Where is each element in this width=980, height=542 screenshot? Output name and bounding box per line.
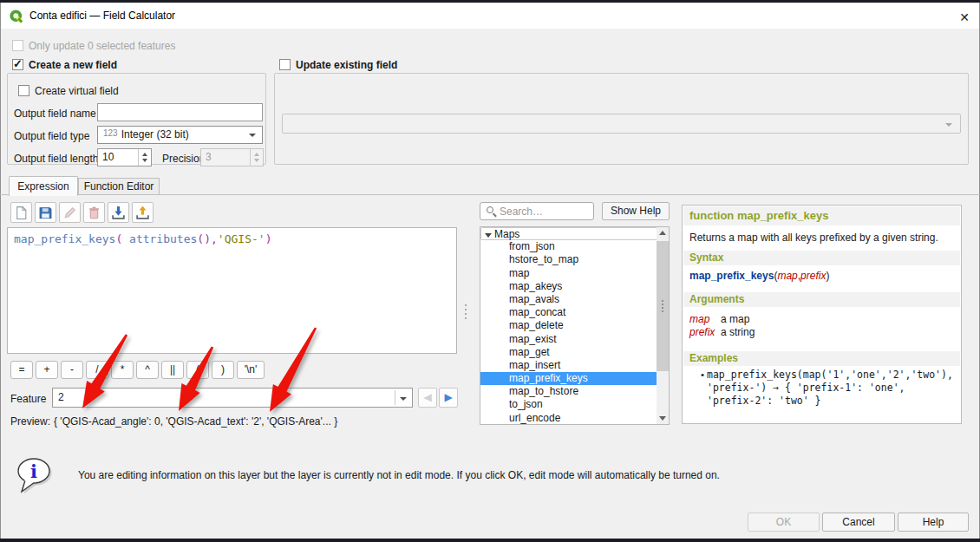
tab-pane-border <box>0 194 980 195</box>
save-expression-button[interactable] <box>35 202 56 223</box>
svg-text:i: i <box>30 460 37 482</box>
integer-type-icon: 123 <box>103 128 118 138</box>
previous-icon: ◀ <box>423 391 431 403</box>
help-examples-heading: Examples <box>683 351 960 366</box>
spin-up-icon <box>142 153 147 156</box>
output-field-type-combo[interactable]: 123Integer (32 bit) <box>97 126 263 144</box>
function-item[interactable]: map_get <box>480 346 657 359</box>
operator-power-button[interactable]: ^ <box>136 361 159 379</box>
function-item[interactable]: map_insert <box>480 359 657 372</box>
feature-combo[interactable]: 2 <box>52 388 413 408</box>
output-field-type-value: Integer (32 bit) <box>121 128 189 140</box>
operator-plus-button[interactable]: + <box>36 361 58 379</box>
tab-expression-label: Expression <box>17 180 69 193</box>
qgis-logo-icon <box>9 9 24 24</box>
help-button[interactable]: Help <box>898 513 969 532</box>
list-scrollbar[interactable] <box>657 227 669 424</box>
dialog-title: Conta edifici — Field Calculator <box>29 3 175 29</box>
expression-token-punct: ) <box>265 232 272 245</box>
help-syntax-heading: Syntax <box>683 251 960 265</box>
edit-mode-message: You are editing information on this laye… <box>78 469 859 481</box>
chevron-down-icon <box>945 123 952 127</box>
scrollbar-grip-icon <box>662 300 663 302</box>
new-expression-button[interactable] <box>10 202 32 223</box>
operator-close-paren-button[interactable]: ) <box>212 361 234 379</box>
function-item[interactable]: map_concat <box>480 306 657 319</box>
scroll-up-icon <box>659 231 666 235</box>
create-virtual-field-checkbox[interactable] <box>18 85 29 96</box>
splitter-handle[interactable] <box>465 304 467 306</box>
only-update-checkbox[interactable] <box>12 40 23 51</box>
function-item-selected[interactable]: map_prefix_keys <box>480 372 657 385</box>
function-item[interactable]: map_exist <box>480 333 657 346</box>
close-button[interactable]: ✕ <box>953 7 976 28</box>
ok-button[interactable]: OK <box>748 513 820 532</box>
function-item[interactable]: map_akeys <box>480 280 657 293</box>
expression-token-function: map_prefix_keys <box>14 232 115 245</box>
spinner-buttons[interactable] <box>250 149 263 166</box>
show-help-button[interactable]: Show Help <box>602 202 670 220</box>
previous-feature-button[interactable]: ◀ <box>418 388 437 408</box>
delete-expression-button[interactable] <box>83 202 105 223</box>
function-item[interactable]: to_json <box>480 398 657 411</box>
precision-spinner[interactable]: 3 <box>200 148 264 167</box>
import-expression-button[interactable] <box>108 202 129 223</box>
output-field-length-spinner[interactable]: 10 <box>97 148 152 167</box>
function-item[interactable]: map_avals <box>480 293 657 306</box>
function-search <box>480 202 594 220</box>
expression-token-string: 'QGIS-' <box>218 232 265 245</box>
help-description: Returns a map with all keys prefixed by … <box>689 232 950 244</box>
only-update-label: Only update 0 selected features <box>29 40 175 52</box>
operator-open-paren-button[interactable]: ( <box>186 361 209 379</box>
expression-token-punct: (), <box>197 232 217 245</box>
expression-editor[interactable]: map_prefix_keys( attributes(),'QGIS-') <box>7 227 457 354</box>
operator-minus-button[interactable]: - <box>61 361 83 379</box>
help-title: function map_prefix_keys <box>683 206 960 225</box>
help-syntax-line: map_prefix_keys(map,prefix) <box>689 270 829 282</box>
tab-function-editor-label: Function Editor <box>84 180 154 193</box>
tab-function-editor[interactable]: Function Editor <box>78 178 160 195</box>
function-group-maps[interactable]: Maps <box>480 227 657 240</box>
feature-value: 2 <box>58 389 64 407</box>
cancel-button[interactable]: Cancel <box>822 513 895 532</box>
tab-expression[interactable]: Expression <box>9 176 78 196</box>
function-item[interactable]: map_delete <box>480 319 657 332</box>
scroll-down-button[interactable] <box>657 412 669 424</box>
export-expression-button[interactable] <box>132 202 154 223</box>
function-list: Maps from_json hstore_to_map map map_ake… <box>480 226 670 425</box>
output-field-length-value: 10 <box>102 149 114 166</box>
operator-concat-button[interactable]: || <box>161 361 184 379</box>
info-icon: i <box>12 454 57 494</box>
update-existing-field-checkbox[interactable] <box>279 59 291 70</box>
help-arguments-heading: Arguments <box>683 292 960 307</box>
output-field-type-label: Output field type <box>14 130 89 142</box>
scroll-up-button[interactable] <box>657 227 669 239</box>
trash-icon <box>87 206 101 220</box>
output-field-name-input[interactable] <box>97 103 263 121</box>
spin-down-icon <box>142 159 147 162</box>
operator-equals-button[interactable]: = <box>10 361 33 379</box>
scroll-down-icon <box>659 416 666 421</box>
function-item[interactable]: url_encode <box>480 412 657 425</box>
existing-field-combo[interactable] <box>282 114 961 134</box>
close-icon: ✕ <box>959 10 970 24</box>
operator-newline-button[interactable]: '\n' <box>237 361 265 379</box>
operator-multiply-button[interactable]: * <box>111 361 134 379</box>
create-new-field-checkbox[interactable] <box>12 59 23 70</box>
function-item[interactable]: hstore_to_map <box>480 253 657 266</box>
scrollbar-thumb[interactable] <box>657 241 669 371</box>
function-item[interactable]: map_to_hstore <box>480 385 657 398</box>
search-input[interactable] <box>500 204 591 219</box>
spin-up-icon <box>254 153 259 156</box>
function-item[interactable]: from_json <box>480 240 657 253</box>
function-item[interactable]: map <box>480 267 657 280</box>
bullet-icon: • <box>701 369 704 382</box>
operator-divide-button[interactable]: / <box>86 361 108 379</box>
edit-expression-button[interactable] <box>59 202 81 223</box>
spinner-buttons[interactable] <box>138 149 151 166</box>
update-existing-field-label: Update existing field <box>296 59 397 71</box>
next-feature-button[interactable]: ▶ <box>439 388 458 408</box>
precision-label: Precision <box>162 153 205 165</box>
export-up-arrow-icon <box>135 206 150 220</box>
preview-value: { 'QGIS-Acad_angle': 0, 'QGIS-Acad_text'… <box>54 415 337 428</box>
